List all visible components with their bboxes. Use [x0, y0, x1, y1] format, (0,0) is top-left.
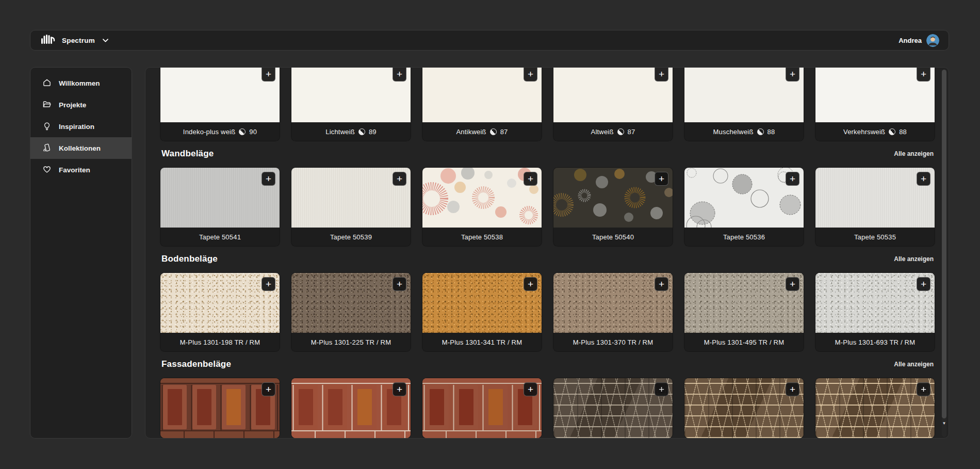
product-card-tapete-50538[interactable]: + Tapete 50538 [422, 168, 542, 246]
sidebar-item-label: Projekte [59, 101, 86, 109]
add-to-project-button[interactable]: + [917, 68, 930, 82]
add-icon: + [266, 173, 271, 184]
collections-scroll-area: + Indeko-plus weiß 90 + Lichtweiß 89 [145, 67, 949, 439]
add-to-project-button[interactable]: + [524, 382, 537, 396]
add-to-project-button[interactable]: + [786, 172, 799, 186]
sidebar-item-kollektionen[interactable]: Kollektionen [30, 137, 132, 159]
add-icon: + [266, 384, 271, 395]
paint-swatch: + [684, 68, 804, 122]
add-to-project-button[interactable]: + [262, 172, 275, 186]
add-to-project-button[interactable]: + [393, 172, 406, 186]
product-card-facade-2[interactable]: + [291, 378, 411, 438]
product-name: M-Plus 1301-225 TR / RM [311, 338, 391, 346]
add-to-project-button[interactable]: + [917, 277, 930, 291]
show-all-link[interactable]: Alle anzeigen [894, 361, 934, 368]
product-card-facade-5[interactable]: + [684, 378, 804, 438]
product-name: Tapete 50538 [461, 233, 503, 241]
lightness-icon [757, 128, 764, 135]
flooring-preview: + [684, 273, 804, 333]
product-card-mplus-370[interactable]: + M-Plus 1301-370 TR / RM [553, 273, 673, 351]
product-card-altweiss[interactable]: + Altweiß 87 [553, 68, 673, 141]
product-card-tapete-50539[interactable]: + Tapete 50539 [291, 168, 411, 246]
add-to-project-button[interactable]: + [917, 382, 930, 396]
facade-preview: + [553, 378, 673, 438]
app-switcher-dropdown[interactable]: Spectrum [40, 34, 108, 47]
sidebar: Willkommen Projekte Inspiration Kol [30, 67, 132, 439]
app-title: Spectrum [62, 37, 95, 44]
lightness-icon [239, 128, 246, 135]
product-card-facade-3[interactable]: + [422, 378, 542, 438]
show-all-link[interactable]: Alle anzeigen [894, 255, 934, 263]
add-to-project-button[interactable]: + [262, 382, 275, 396]
product-card-tapete-50541[interactable]: + Tapete 50541 [160, 168, 280, 246]
product-card-mplus-198[interactable]: + M-Plus 1301-198 TR / RM [160, 273, 280, 351]
add-to-project-button[interactable]: + [655, 277, 668, 291]
add-icon: + [921, 173, 926, 184]
product-name: M-Plus 1301-370 TR / RM [573, 338, 653, 346]
product-card-muschelweiss[interactable]: + Muschelweiß 88 [684, 68, 804, 141]
add-to-project-button[interactable]: + [524, 277, 537, 291]
add-to-project-button[interactable]: + [262, 277, 275, 291]
add-to-project-button[interactable]: + [786, 277, 799, 291]
add-icon: + [659, 279, 664, 289]
product-card-indeko-plus-weiss[interactable]: + Indeko-plus weiß 90 [160, 68, 280, 141]
product-name: Tapete 50535 [854, 233, 896, 241]
product-card-facade-1[interactable]: + [160, 378, 280, 438]
product-card-mplus-341[interactable]: + M-Plus 1301-341 TR / RM [422, 273, 542, 351]
add-to-project-button[interactable]: + [524, 172, 537, 186]
product-card-verkehrsweiss[interactable]: + Verkehrsweiß 88 [815, 68, 935, 141]
paint-swatch: + [422, 68, 542, 122]
product-card-facade-6[interactable]: + [815, 378, 935, 438]
add-to-project-button[interactable]: + [655, 172, 668, 186]
product-name: Altweiß [591, 128, 614, 136]
add-to-project-button[interactable]: + [786, 68, 799, 82]
user-name: Andrea [899, 37, 922, 44]
add-to-project-button[interactable]: + [524, 68, 537, 82]
sidebar-item-inspiration[interactable]: Inspiration [30, 116, 132, 137]
wallpaper-preview: + [553, 168, 673, 228]
sidebar-item-willkommen[interactable]: Willkommen [30, 72, 132, 94]
product-card-mplus-495[interactable]: + M-Plus 1301-495 TR / RM [684, 273, 804, 351]
heart-icon [42, 165, 52, 175]
folder-icon [42, 100, 52, 110]
add-icon: + [397, 173, 402, 184]
add-to-project-button[interactable]: + [262, 68, 275, 82]
section-header-bodenbelaege: Bodenbeläge Alle anzeigen [161, 253, 934, 265]
sidebar-item-projekte[interactable]: Projekte [30, 94, 132, 116]
sidebar-item-favoriten[interactable]: Favoriten [30, 159, 132, 181]
add-to-project-button[interactable]: + [786, 382, 799, 396]
top-bar: Spectrum Andrea [30, 30, 949, 51]
add-to-project-button[interactable]: + [655, 382, 668, 396]
user-menu[interactable]: Andrea [899, 34, 939, 47]
product-card-facade-4[interactable]: + [553, 378, 673, 438]
product-card-tapete-50535[interactable]: + Tapete 50535 [815, 168, 935, 246]
product-card-antikweiss[interactable]: + Antikweiß 87 [422, 68, 542, 141]
product-name: M-Plus 1301-495 TR / RM [704, 338, 784, 346]
add-icon: + [659, 173, 664, 184]
add-to-project-button[interactable]: + [655, 68, 668, 82]
product-card-mplus-693[interactable]: + M-Plus 1301-693 TR / RM [815, 273, 935, 351]
add-to-project-button[interactable]: + [917, 172, 930, 186]
add-icon: + [266, 69, 271, 79]
product-card-tapete-50540[interactable]: + Tapete 50540 [553, 168, 673, 246]
product-card-lichtweiss[interactable]: + Lichtweiß 89 [291, 68, 411, 141]
scroll-down-icon[interactable]: ▼ [942, 421, 946, 426]
flooring-preview: + [815, 273, 935, 333]
lightness-value: 87 [628, 128, 635, 136]
product-card-mplus-225[interactable]: + M-Plus 1301-225 TR / RM [291, 273, 411, 351]
product-name: Verkehrsweiß [843, 128, 885, 136]
scrollbar-thumb[interactable] [942, 70, 946, 418]
section-header-wandbelaege: Wandbeläge Alle anzeigen [161, 148, 934, 159]
app-root: { "topbar": { "app_name": "Spectrum", "u… [0, 0, 980, 469]
add-to-project-button[interactable]: + [393, 277, 406, 291]
product-name: Lichtweiß [325, 128, 355, 136]
product-card-tapete-50536[interactable]: + Tapete 50536 [684, 168, 804, 246]
scrollbar-track[interactable]: ▼ [942, 70, 946, 437]
add-icon: + [790, 279, 795, 289]
add-to-project-button[interactable]: + [393, 382, 406, 396]
flooring-preview: + [553, 273, 673, 333]
add-to-project-button[interactable]: + [393, 68, 406, 82]
product-name: Tapete 50540 [592, 233, 634, 241]
facade-preview: + [684, 378, 804, 438]
show-all-link[interactable]: Alle anzeigen [894, 150, 934, 157]
